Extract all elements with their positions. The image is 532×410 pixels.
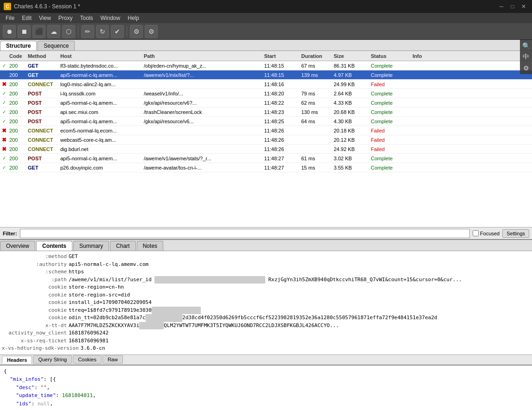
row-duration: 61 ms	[300, 156, 332, 161]
lang-overlay-button[interactable]: 中	[521, 52, 531, 62]
header-row: cookie store-region-src=did	[2, 291, 530, 299]
row-start: 11:48:25	[263, 119, 300, 124]
table-row[interactable]: ✖ 200 CONNECT dig.bdurl.net 11:48:26 24.…	[0, 145, 532, 154]
focused-checkbox-area[interactable]: Focused	[473, 230, 500, 236]
app-icon: C	[4, 3, 11, 10]
table-row[interactable]: ✖ 200 CONNECT ecom5-normal-lq.ecom... 11…	[0, 126, 532, 135]
close-button[interactable]: ✕	[519, 2, 528, 11]
row-code: 200	[7, 128, 26, 133]
search-overlay-button[interactable]: 🔍	[521, 41, 531, 51]
th-method[interactable]: Method	[26, 53, 58, 59]
table-row[interactable]: ✓ 200 POST api5-normal-c-lq.amem... /gkx…	[0, 117, 532, 126]
clear-button[interactable]: ⬛	[32, 25, 45, 38]
subtab-headers[interactable]: Headers	[2, 356, 32, 364]
tools-button[interactable]: ⚙	[130, 25, 143, 38]
row-size: 3.55 KB	[332, 165, 369, 170]
blurred-value: ████████	[139, 322, 164, 330]
title-text: Charles 4.6.3 - Session 1 *	[14, 3, 497, 10]
table-row[interactable]: ✓ 200 POST api5-normal-c-lq.amem... /awe…	[0, 154, 532, 163]
throttle-button[interactable]: ☁	[47, 25, 60, 38]
validate-button[interactable]: ✔	[111, 25, 124, 38]
main-area: Structure Sequence Code Method Host Path…	[0, 40, 532, 410]
row-size: 24.92 KB	[332, 146, 369, 152]
row-duration: 79 ms	[300, 91, 332, 96]
table-row[interactable]: ✓ 200 POST i-lq.snssdk.com /weasel/v1/in…	[0, 89, 532, 98]
row-start: 11:48:26	[263, 146, 300, 152]
tab-structure[interactable]: Structure	[0, 41, 37, 50]
th-host[interactable]: Host	[58, 53, 142, 59]
tab-sequence[interactable]: Sequence	[38, 41, 75, 50]
row-host: webcast5-core-c-lq.am...	[58, 137, 142, 143]
table-row[interactable]: ✓ 200 POST api.sec.miui.com /trashCleane…	[0, 107, 532, 117]
menu-item-tools[interactable]: Tools	[77, 14, 97, 22]
menu-item-proxy[interactable]: Proxy	[55, 14, 77, 22]
table-row[interactable]: ✖ 200 CONNECT log0-misc-alinc2-lq.am... …	[0, 80, 532, 89]
table-body: ✓ 200 GET lf3-static.bytednsdoc.co... /o…	[0, 61, 532, 227]
row-host: dig.bdurl.net	[58, 146, 142, 152]
row-method: POST	[26, 119, 58, 124]
th-size[interactable]: Size	[332, 53, 369, 59]
menu-item-view[interactable]: View	[35, 14, 55, 22]
th-start[interactable]: Start	[263, 53, 300, 59]
blurred-value: ████████████	[146, 314, 182, 322]
minimize-button[interactable]: ─	[497, 2, 506, 11]
breakpoint-button[interactable]: ⬡	[62, 25, 75, 38]
row-status: Failed	[369, 128, 411, 133]
tab-contents[interactable]: Contents	[36, 241, 72, 251]
record-button[interactable]: ⏺	[3, 25, 16, 38]
row-host: api5-normal-c-lq.amem...	[58, 119, 142, 124]
filter-settings-button[interactable]: Settings	[502, 229, 529, 238]
header-row: :method GET	[2, 253, 530, 261]
table-row[interactable]: ✓ 200 POST api5-normal-c-lq.amem... /gkx…	[0, 98, 532, 107]
menu-item-window[interactable]: Window	[97, 14, 124, 22]
row-path: /gkx/api/resource/v6...	[142, 119, 263, 124]
th-info[interactable]: Info	[411, 53, 532, 59]
menu-item-file[interactable]: File	[2, 14, 18, 22]
header-key: cookie	[2, 299, 67, 307]
toolbar-separator	[78, 26, 78, 37]
row-status: Failed	[369, 137, 411, 143]
header-key: :authority	[2, 261, 67, 269]
row-status: Complete	[369, 165, 411, 170]
header-val: 3.6.0-cn	[81, 345, 105, 353]
refresh-button[interactable]: ↻	[96, 25, 109, 38]
th-duration[interactable]: Duration	[300, 53, 332, 59]
row-method: CONNECT	[26, 146, 58, 152]
maximize-button[interactable]: □	[508, 2, 517, 11]
row-icon: ✓	[1, 119, 7, 124]
row-size: 4.33 KB	[332, 100, 369, 106]
row-status: Complete	[369, 119, 411, 124]
row-start: 11:48:22	[263, 100, 300, 106]
row-method: POST	[26, 109, 58, 115]
settings-button[interactable]: ⚙	[145, 25, 158, 38]
stop-button[interactable]: ⏹	[18, 25, 31, 38]
menu-item-edit[interactable]: Edit	[18, 14, 35, 22]
th-path[interactable]: Path	[142, 53, 263, 59]
filter-label: Filter:	[3, 231, 17, 236]
subtab-cookies[interactable]: Cookies	[73, 355, 102, 364]
subtab-raw[interactable]: Raw	[103, 355, 123, 364]
subtab-query-string[interactable]: Query String	[33, 355, 72, 364]
menu-item-help[interactable]: Help	[124, 14, 143, 22]
tab-chart[interactable]: Chart	[110, 241, 135, 251]
tab-summary[interactable]: Summary	[73, 241, 109, 251]
table-header: Code Method Host Path Start Duration Siz…	[0, 51, 532, 61]
row-path: /aweme-avatar/tos-cn-i-...	[142, 165, 263, 170]
tab-notes[interactable]: Notes	[137, 241, 163, 251]
filter-bar: Filter: Focused Settings	[0, 227, 532, 239]
row-icon: ✖	[1, 81, 7, 88]
filter-input[interactable]	[20, 229, 470, 238]
header-row: cookie store-region=cn-hn	[2, 284, 530, 291]
focused-checkbox[interactable]	[473, 230, 479, 236]
table-row[interactable]: ✓ 200 GET p26.douyinpic.com /aweme-avata…	[0, 163, 532, 172]
compose-button[interactable]: ✏	[81, 25, 94, 38]
table-row[interactable]: ✖ 200 CONNECT webcast5-core-c-lq.am... 1…	[0, 135, 532, 145]
row-status: Complete	[369, 63, 411, 69]
header-val: api5-normal-c-lq.amemv.com	[69, 261, 148, 269]
tab-overview[interactable]: Overview	[0, 241, 35, 251]
settings-overlay-button[interactable]: ⚙	[521, 63, 531, 73]
table-row[interactable]: ✓ 200 GET lf3-static.bytednsdoc.co... /o…	[0, 61, 532, 70]
table-row[interactable]: ✓ 200 GET api5-normal-c-lq.amem... /awem…	[0, 70, 532, 80]
th-code[interactable]: Code	[7, 53, 26, 59]
th-status[interactable]: Status	[369, 53, 411, 59]
